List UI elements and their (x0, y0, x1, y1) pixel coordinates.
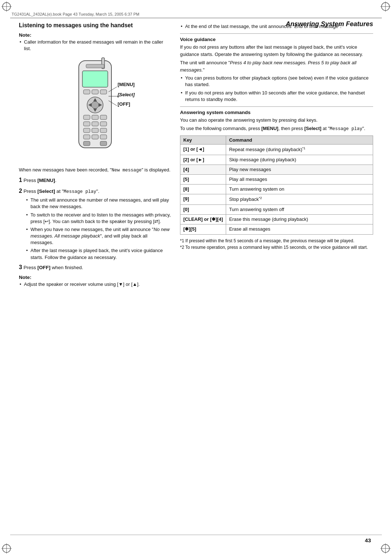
table-cell-command: Turn answering system on (226, 185, 373, 194)
step-1: 1 Press [MENU]. (19, 176, 171, 185)
header-bar: TG2431AL_2432AL(e).book Page 43 Tuesday,… (10, 10, 382, 18)
table-row: [9]Stop playback*2 (180, 194, 373, 205)
footnote-2: *2 To resume operation, press a command … (180, 244, 373, 251)
table-row: [0]Turn answering system off (180, 204, 373, 214)
step-2-bullet-3: When you have no new messages, the unit … (25, 226, 171, 246)
ac-para-2: To use the following commands, press [ME… (180, 125, 373, 133)
off-label: [OFF] (118, 101, 130, 107)
top-bullet-1: At the end of the last message, the unit… (180, 23, 373, 30)
step-2-bullet-4: After the last message is played back, t… (25, 247, 171, 260)
vg-bullet-1: You can press buttons for other playback… (180, 75, 373, 88)
table-cell-command: Turn answering system off (226, 204, 373, 214)
phone-labels: [MENU] [Select] [OFF] (59, 57, 131, 163)
bottom-divider (10, 535, 382, 535)
reg-mark-tr (380, 1, 391, 12)
table-row: [4]Play new messages (180, 165, 373, 174)
note-list: Caller information for the erased messag… (19, 39, 171, 52)
table-cell-key: [2] or [►] (180, 155, 226, 165)
bottom-note-item-1: Adjust the speaker or receiver volume us… (19, 281, 171, 288)
phone-image-container: [MENU] [Select] [OFF] (19, 57, 171, 163)
divider-2 (180, 106, 373, 107)
table-cell-command: Erase this message (during playback) (226, 215, 373, 224)
table-cell-key: [5] (180, 175, 226, 185)
section-heading: Listening to messages using the handset (19, 22, 171, 29)
table-cell-command: Skip message (during playback) (226, 155, 373, 165)
table-row: [✱][5]Erase all messages (180, 224, 373, 234)
table-row: [CLEAR] or [✱][4]Erase this message (dur… (180, 215, 373, 224)
main-content: Listening to messages using the handset … (19, 22, 373, 533)
footnote-1: *1 If pressed within the first 5 seconds… (180, 238, 373, 244)
table-cell-key: [9] (180, 194, 226, 205)
reg-mark-bl (1, 543, 12, 554)
top-bullets: At the end of the last message, the unit… (180, 23, 373, 30)
table-cell-key: [8] (180, 185, 226, 194)
vg-para-1: If you do not press any buttons after th… (180, 44, 373, 58)
table-cell-command: Stop playback*2 (226, 194, 373, 205)
ac-para-1: You can also operate the answering syste… (180, 117, 373, 124)
vg-bullets: You can press buttons for other playback… (180, 75, 373, 103)
step-2-bullets: The unit will announce the number of new… (19, 197, 171, 261)
table-header-command: Command (226, 136, 373, 145)
divider-1 (180, 33, 373, 34)
table-cell-command: Play new messages (226, 165, 373, 174)
menu-label: [MENU] (118, 82, 135, 87)
step-2-bullet-1: The unit will announce the number of new… (25, 197, 171, 210)
note-item-1: Caller information for the erased messag… (19, 39, 171, 52)
table-row: [2] or [►]Skip message (during playback) (180, 155, 373, 165)
header-text: TG2431AL_2432AL(e).book Page 43 Tuesday,… (12, 12, 139, 16)
select-label: [Select] (118, 92, 135, 97)
table-row: [1] or [◄]Repeat message (during playbac… (180, 145, 373, 155)
phone-svg-wrap: [MENU] [Select] [OFF] (59, 57, 131, 163)
right-column: At the end of the last message, the unit… (180, 22, 373, 533)
voice-guidance-section: Voice guidance If you do not press any b… (180, 37, 373, 103)
vg-bullet-2: If you do not press any button within 10… (180, 90, 373, 103)
new-message-code: New message (111, 168, 142, 173)
reg-mark-br (380, 543, 391, 554)
new-message-note: When new messages have been recorded, "N… (19, 167, 171, 173)
command-table: Key Command [1] or [◄]Repeat message (du… (180, 135, 373, 234)
bottom-note-label: Note: (19, 275, 32, 280)
footnotes: *1 If pressed within the first 5 seconds… (180, 238, 373, 251)
note-label: Note: (19, 32, 32, 38)
bottom-note: Note: Adjust the speaker or receiver vol… (19, 275, 171, 288)
page-number: 43 (365, 537, 371, 543)
table-cell-key: [4] (180, 165, 226, 174)
table-cell-key: [1] or [◄] (180, 145, 226, 155)
left-column: Listening to messages using the handset … (19, 22, 171, 533)
step-2-bullet-2: To switch to the receiver and to listen … (25, 212, 171, 225)
table-cell-command: Play all messages (226, 175, 373, 185)
table-row: [5]Play all messages (180, 175, 373, 185)
table-cell-key: [CLEAR] or [✱][4] (180, 215, 226, 224)
step-2: 2 Press [Select] at "Message play". The … (19, 187, 171, 261)
table-header-key: Key (180, 136, 226, 145)
table-cell-command: Repeat message (during playback)*1 (226, 145, 373, 155)
answering-commands-title: Answering system commands (180, 110, 373, 115)
top-note: Note: Caller information for the erased … (19, 32, 171, 52)
step-3: 3 Press [OFF] when finished. (19, 263, 171, 272)
table-cell-key: [✱][5] (180, 224, 226, 234)
vg-para-2: The unit will announce "Press 4 to play … (180, 59, 373, 73)
bottom-note-list: Adjust the speaker or receiver volume us… (19, 281, 171, 288)
table-cell-command: Erase all messages (226, 224, 373, 234)
table-cell-key: [0] (180, 204, 226, 214)
table-row: [8]Turn answering system on (180, 185, 373, 194)
answering-commands-section: Answering system commands You can also o… (180, 110, 373, 251)
voice-guidance-title: Voice guidance (180, 37, 373, 42)
